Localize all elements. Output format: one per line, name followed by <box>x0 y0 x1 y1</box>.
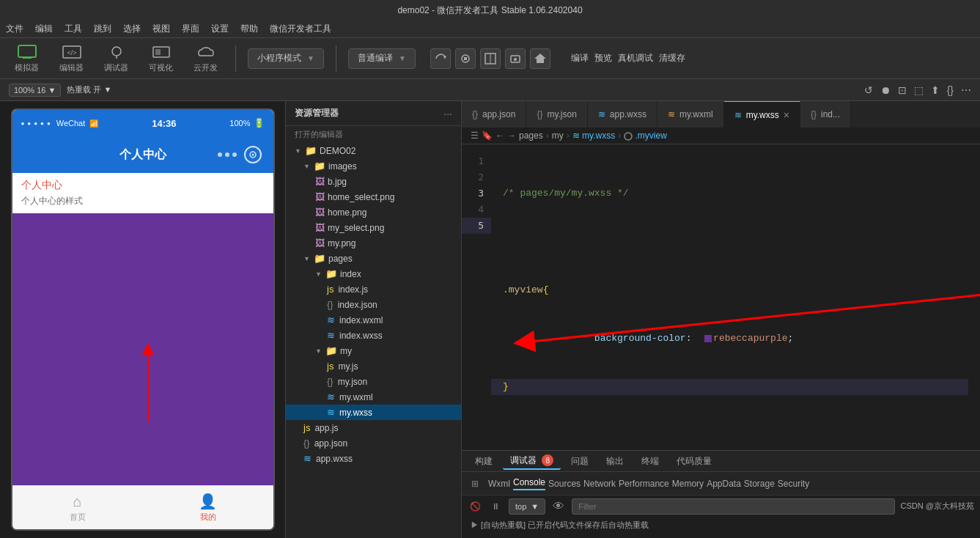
tab-app-wxss[interactable]: ≋ app.wxss <box>588 101 657 128</box>
bottom-tab-issues[interactable]: 问题 <box>564 454 596 469</box>
eye-icon[interactable]: 👁 <box>551 499 566 514</box>
json-icon[interactable]: {} <box>947 84 954 96</box>
console-tab-memory[interactable]: Memory <box>672 479 704 489</box>
filetree-my-folder[interactable]: ▼ 📁 my <box>286 343 461 358</box>
menu-interface[interactable]: 界面 <box>182 23 199 35</box>
filter-input[interactable] <box>572 498 894 515</box>
mode-dropdown[interactable]: 小程序模式 ▼ <box>248 48 324 69</box>
cloud-button[interactable]: 云开发 <box>188 40 224 76</box>
bottom-tab-debugger[interactable]: 调试器 8 <box>503 453 561 470</box>
breadcrumb-selector[interactable]: .myview <box>624 130 667 141</box>
code-content[interactable]: /* pages/my/my.wxss */ .myview{ backgrou… <box>491 144 980 450</box>
menu-edit[interactable]: 编辑 <box>35 23 53 35</box>
filetree-open-editors[interactable]: 打开的编辑器 <box>286 126 461 143</box>
bottom-tab-build[interactable]: 构建 <box>468 454 500 469</box>
compile-dropdown[interactable]: 普通编译 ▼ <box>348 48 416 69</box>
filetree-home-select-png[interactable]: 🖼 home_select.png <box>286 189 461 204</box>
dots-icon[interactable]: ⋯ <box>961 84 971 96</box>
bottom-tab-output[interactable]: 输出 <box>599 454 631 469</box>
bottom-tab-terminal[interactable]: 终端 <box>634 454 666 469</box>
filetree-b-jpg[interactable]: 🖼 b.jpg <box>286 174 461 189</box>
console-tab-security[interactable]: Security <box>778 479 809 489</box>
breadcrumb-my[interactable]: my <box>552 130 564 141</box>
filetree-my-js[interactable]: js my.js <box>286 358 461 374</box>
top-dropdown[interactable]: top ▼ <box>509 498 545 515</box>
bottom-tab-quality[interactable]: 代码质量 <box>669 454 719 469</box>
phone-tab-mine[interactable]: 👤 我的 <box>143 493 273 523</box>
menu-goto[interactable]: 跳到 <box>94 23 111 35</box>
breadcrumb-forward[interactable]: → <box>507 130 516 141</box>
filetree-pages-folder[interactable]: ▼ 📁 pages <box>286 251 461 266</box>
filetree-images-folder[interactable]: ▼ 📁 images <box>286 158 461 174</box>
screenshot-button[interactable] <box>505 48 526 69</box>
scan-icon[interactable]: ⊡ <box>898 84 907 96</box>
simulator-button[interactable]: 模拟器 <box>9 40 45 76</box>
line-num-5: 5 <box>462 218 491 234</box>
clean-action[interactable]: 清缓存 <box>659 52 685 65</box>
compile-action[interactable]: 编译 <box>571 52 589 65</box>
close-my-wxss-tab[interactable]: × <box>784 109 789 121</box>
menu-view[interactable]: 视图 <box>152 23 170 35</box>
visual-button[interactable]: 可视化 <box>143 40 179 76</box>
root-folder-icon: 📁 <box>305 145 317 156</box>
breadcrumb-pages[interactable]: pages <box>519 130 543 141</box>
console-clear-btn[interactable]: 🚫 <box>468 499 482 514</box>
filetree-my-wxss[interactable]: ≋ my.wxss <box>286 405 461 420</box>
filetree-app-json[interactable]: {} app.json <box>286 435 461 451</box>
filetree-index-wxml[interactable]: ≋ index.wxml <box>286 312 461 328</box>
layout-button[interactable] <box>480 48 501 69</box>
tab-ind[interactable]: {} ind... <box>800 101 851 128</box>
my-png-label: my.png <box>328 238 355 248</box>
filetree-my-png[interactable]: 🖼 my.png <box>286 235 461 251</box>
home-select-png-icon: 🖼 <box>315 191 325 202</box>
refresh-icon[interactable]: ↺ <box>864 84 873 96</box>
up-icon[interactable]: ⬆ <box>931 84 940 96</box>
menu-tools[interactable]: 工具 <box>65 23 82 35</box>
tab-my-wxss[interactable]: ≋ my.wxss × <box>724 101 800 128</box>
menu-select[interactable]: 选择 <box>123 23 141 35</box>
filetree-index-wxss[interactable]: ≋ index.wxss <box>286 328 461 343</box>
filetree-root[interactable]: ▼ 📁 DEMO02 <box>286 143 461 158</box>
filetree-index-folder[interactable]: ▼ 📁 index <box>286 266 461 281</box>
debugger-button[interactable]: 调试器 <box>98 40 134 76</box>
console-tab-appdata[interactable]: AppData <box>707 479 741 489</box>
filetree-my-wxml[interactable]: ≋ my.wxml <box>286 389 461 405</box>
menu-settings[interactable]: 设置 <box>211 23 229 35</box>
menu-help[interactable]: 帮助 <box>240 23 258 35</box>
play-icon[interactable]: ⏺ <box>880 84 891 96</box>
console-pause-btn[interactable]: ⏸ <box>488 499 503 514</box>
menu-file[interactable]: 文件 <box>6 23 23 35</box>
tab-app-json[interactable]: {} app.json <box>462 101 526 128</box>
console-expand-btn[interactable]: ⊞ <box>468 476 482 491</box>
zoom-badge[interactable]: 100% 16 ▼ <box>9 84 61 97</box>
preview-action[interactable]: 预览 <box>594 52 612 65</box>
filetree-app-js[interactable]: js app.js <box>286 420 461 435</box>
phone-tab-home[interactable]: ⌂ 首页 <box>12 493 143 523</box>
breadcrumb-sep-1: › <box>546 130 549 141</box>
console-tab-performance[interactable]: Performance <box>619 479 669 489</box>
filetree-index-json[interactable]: {} index.json <box>286 297 461 312</box>
filetree-index-js[interactable]: js index.js <box>286 281 461 297</box>
filetree-more-button[interactable]: ··· <box>443 108 452 119</box>
console-tab-sources[interactable]: Sources <box>548 479 581 489</box>
refresh-button[interactable] <box>430 48 451 69</box>
console-tab-network[interactable]: Network <box>583 479 616 489</box>
frame-icon[interactable]: ⬚ <box>914 84 924 96</box>
filetree-app-wxss[interactable]: ≋ app.wxss <box>286 451 461 466</box>
tab-my-wxml[interactable]: ≋ my.wxml <box>657 101 724 128</box>
menu-wechat-tools[interactable]: 微信开发者工具 <box>270 23 331 35</box>
console-tab-storage[interactable]: Storage <box>744 479 775 489</box>
filetree-my-select-png[interactable]: 🖼 my_select.png <box>286 220 461 235</box>
console-tab-wxml[interactable]: Wxml <box>488 479 510 489</box>
filetree-home-png[interactable]: 🖼 home.png <box>286 204 461 220</box>
tab-my-json[interactable]: {} my.json <box>526 101 587 128</box>
console-tab-console[interactable]: Console <box>513 477 545 490</box>
breadcrumb-mywxss[interactable]: ≋ my.wxss <box>572 130 615 141</box>
stop-button[interactable] <box>455 48 476 69</box>
upload-button[interactable] <box>530 48 550 69</box>
breadcrumb-back[interactable]: ← <box>495 130 504 141</box>
filetree-my-json[interactable]: {} my.json <box>286 374 461 389</box>
editor-button[interactable]: </> 编辑器 <box>54 40 89 76</box>
hotreload-button[interactable]: 热重载 开 ▼ <box>67 84 111 95</box>
realtime-action[interactable]: 真机调试 <box>618 52 653 65</box>
